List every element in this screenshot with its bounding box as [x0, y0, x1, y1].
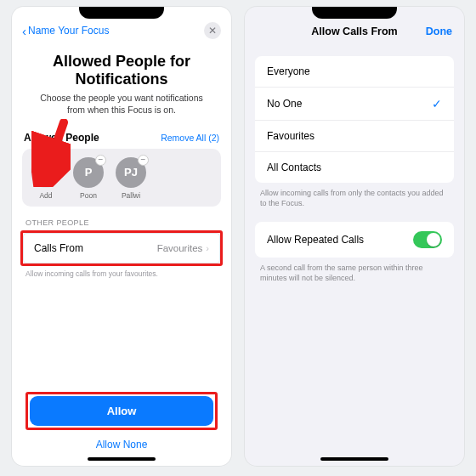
close-icon: ✕ — [208, 25, 217, 37]
screen-allow-calls-from: Allow Calls From Done Everyone No One ✓ … — [245, 7, 464, 466]
options-card: Everyone No One ✓ Favourites All Contact… — [255, 56, 454, 183]
calls-from-label: Calls From — [34, 242, 83, 254]
minus-icon[interactable]: − — [95, 155, 106, 166]
allow-button[interactable]: Allow — [30, 396, 213, 426]
repeated-calls-label: Allow Repeated Calls — [267, 234, 364, 246]
notch — [312, 7, 397, 19]
back-button[interactable]: ‹ Name Your Focus — [22, 24, 109, 38]
page-title: Allowed People for Notifications — [12, 44, 231, 93]
repeated-calls-card: Allow Repeated Calls — [255, 222, 454, 258]
remove-all-button[interactable]: Remove All (2) — [161, 133, 219, 143]
option-all-contacts[interactable]: All Contacts — [255, 152, 454, 183]
person-avatar[interactable]: − PJ Pallwi — [116, 157, 146, 200]
minus-icon[interactable]: − — [138, 155, 149, 166]
calls-from-row[interactable]: Calls From Favourites › — [23, 233, 220, 264]
calls-from-hint: Allow incoming calls from your favourite… — [12, 266, 231, 278]
repeated-calls-row: Allow Repeated Calls — [255, 222, 454, 258]
option-favourites[interactable]: Favourites — [255, 121, 454, 152]
notch — [79, 7, 164, 19]
checkmark-icon: ✓ — [432, 97, 442, 110]
calls-from-value: Favourites — [157, 243, 203, 253]
chevron-left-icon: ‹ — [22, 24, 26, 38]
option-label: Favourites — [267, 130, 314, 142]
highlight-calls-from: Calls From Favourites › — [20, 230, 223, 266]
option-label: Everyone — [267, 65, 310, 77]
option-no-one[interactable]: No One ✓ — [255, 88, 454, 121]
close-button[interactable]: ✕ — [204, 22, 221, 39]
options-note: Allow incoming calls from only the conta… — [245, 183, 464, 208]
other-people-header: OTHER PEOPLE — [12, 207, 231, 230]
back-label: Name Your Focus — [28, 25, 109, 37]
add-label: Add — [39, 191, 52, 200]
home-indicator — [320, 457, 388, 461]
home-indicator — [88, 457, 156, 461]
highlight-allow: Allow — [26, 392, 218, 430]
person-avatar[interactable]: − P Poon — [73, 157, 104, 200]
repeated-calls-note: A second call from the same person withi… — [245, 258, 464, 283]
option-label: No One — [267, 98, 302, 110]
avatar-name: Pallwi — [122, 191, 140, 200]
chevron-right-icon: › — [206, 243, 209, 253]
allow-none-button[interactable]: Allow None — [26, 430, 218, 450]
option-everyone[interactable]: Everyone — [255, 56, 454, 88]
screen-allowed-people: ‹ Name Your Focus ✕ Allowed People for N… — [12, 7, 231, 466]
bottom-actions: Allow Allow None — [12, 392, 231, 450]
avatar-name: Poon — [80, 191, 97, 200]
repeated-calls-toggle[interactable] — [413, 231, 442, 248]
done-button[interactable]: Done — [426, 26, 452, 37]
option-label: All Contacts — [267, 162, 321, 173]
annotation-arrow — [31, 119, 71, 187]
